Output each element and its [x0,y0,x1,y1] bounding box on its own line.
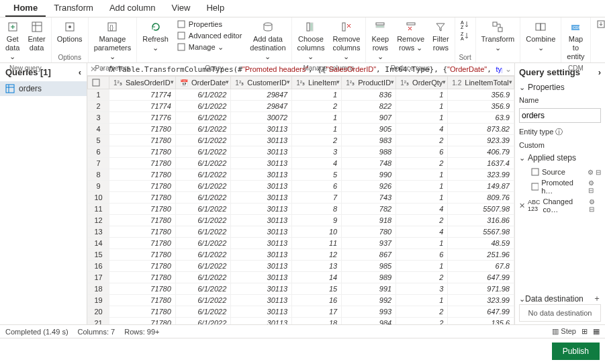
cell[interactable]: 2 [292,101,342,112]
add-destination-button[interactable]: Add data destination ⌄ [247,19,288,63]
cell[interactable]: 406.79 [448,146,514,158]
cell[interactable]: 15 [292,283,342,295]
data-dest-section[interactable]: Data destination [525,294,584,304]
cell[interactable]: 71780 [109,272,176,283]
cell[interactable]: 6/1/2022 [175,192,230,203]
rownum[interactable]: 21 [88,318,109,325]
cell[interactable]: 2 [292,135,342,146]
cell[interactable]: 1 [396,101,448,112]
cell[interactable]: 6 [396,146,448,158]
combine-button[interactable]: Combine ⌄ [523,19,558,54]
step-view-button[interactable]: ▥ Step [552,327,576,336]
cell[interactable]: 29847 [231,101,292,112]
cell[interactable]: 867 [342,249,396,261]
remove-rows-button[interactable]: Remove rows ⌄ [394,19,427,54]
cell[interactable]: 16 [292,295,342,306]
cell[interactable]: 1 [396,295,448,306]
column-header-lineitemtotal[interactable]: 1.2 LineItemTotal▾ [448,77,514,89]
rownum[interactable]: 16 [88,261,109,272]
cell[interactable]: 6 [396,249,448,261]
cell[interactable]: 2 [396,215,448,226]
cell[interactable]: 30113 [231,146,292,158]
cell[interactable]: 71780 [109,169,176,181]
tab-view[interactable]: View [164,0,199,17]
choose-cols-button[interactable]: Choose columns ⌄ [295,19,328,63]
cell[interactable]: 2 [396,306,448,318]
cell[interactable]: 836 [342,89,396,101]
query-item-orders[interactable]: orders [0,81,87,96]
cell[interactable]: 17 [292,306,342,318]
cell[interactable]: 6/1/2022 [175,203,230,215]
rownum[interactable]: 10 [88,192,109,203]
rownum[interactable]: 18 [88,283,109,295]
grid-view-button[interactable]: ▦ [593,327,600,336]
cell[interactable]: 4 [396,226,448,238]
cell[interactable]: 1 [396,181,448,192]
query-name-input[interactable] [519,108,601,123]
rownum[interactable]: 12 [88,215,109,226]
cell[interactable]: 6 [292,181,342,192]
cell[interactable]: 6/1/2022 [175,318,230,325]
cell[interactable]: 30113 [231,215,292,226]
applied-step-1[interactable]: Promoted h…⚙ ⊟ [519,177,601,196]
tab-transform[interactable]: Transform [46,0,101,17]
export-template-button[interactable]: Export template [594,19,605,30]
cell[interactable]: 71774 [109,101,176,112]
expand-formula-icon[interactable]: ⌄ [505,64,512,74]
cell[interactable]: 149.87 [448,181,514,192]
sort-desc-button[interactable]: ZA [458,30,473,41]
cell[interactable]: 13 [292,261,342,272]
cell[interactable]: 30113 [231,261,292,272]
cell[interactable]: 1 [292,89,342,101]
cell[interactable]: 990 [342,169,396,181]
column-header-lineitem[interactable]: 1²₃ LineItem▾ [292,77,342,89]
cell[interactable]: 1 [396,112,448,124]
cell[interactable]: 984 [342,318,396,325]
cell[interactable]: 1 [292,112,342,124]
rownum[interactable]: 3 [88,112,109,124]
cell[interactable]: 63.9 [448,112,514,124]
column-header-productid[interactable]: 1²₃ ProductID▾ [342,77,396,89]
rownum[interactable]: 14 [88,238,109,249]
cell[interactable]: 4 [396,203,448,215]
cell[interactable]: 7 [292,192,342,203]
applied-step-0[interactable]: Source⚙ ⊟ [519,167,601,177]
cell[interactable]: 988 [342,146,396,158]
cell[interactable]: 743 [342,192,396,203]
applied-step-2[interactable]: ✕ ABC123 Changed co…⚙ ⊟ [519,196,601,215]
cell[interactable]: 782 [342,203,396,215]
cell[interactable]: 30113 [231,181,292,192]
cell[interactable]: 30113 [231,192,292,203]
cell[interactable]: 30113 [231,226,292,238]
cell[interactable]: 8 [292,203,342,215]
tab-add-column[interactable]: Add column [101,0,164,17]
rownum[interactable]: 5 [88,135,109,146]
cell[interactable]: 2 [396,135,448,146]
cell[interactable]: 30113 [231,272,292,283]
cell[interactable]: 9 [292,215,342,226]
cell[interactable]: 4 [396,124,448,135]
rownum[interactable]: 20 [88,306,109,318]
cell[interactable]: 48.59 [448,238,514,249]
cell[interactable]: 6/1/2022 [175,249,230,261]
data-grid[interactable]: 1²₃ SalesOrderID▾📅 OrderDate▾1²₃ Custome… [87,76,514,324]
refresh-button[interactable]: Refresh ⌄ [140,19,171,54]
sort-asc-button[interactable]: AZ [458,19,473,30]
cell[interactable]: 30113 [231,306,292,318]
cell[interactable]: 6/1/2022 [175,101,230,112]
cell[interactable]: 983 [342,135,396,146]
cell[interactable]: 67.8 [448,261,514,272]
cell[interactable]: 6/1/2022 [175,135,230,146]
cell[interactable]: 992 [342,295,396,306]
manage-button[interactable]: Manage ⌄ [174,42,245,52]
cell[interactable]: 71780 [109,192,176,203]
diagram-view-button[interactable]: ⊞ [581,327,588,336]
column-header-orderqty[interactable]: 1²₃ OrderQty▾ [396,77,448,89]
rownum[interactable]: 6 [88,146,109,158]
transform-button[interactable]: Transform ⌄ [479,19,518,54]
cell[interactable]: 135.6 [448,318,514,325]
cell[interactable]: 30113 [231,124,292,135]
cell[interactable]: 6/1/2022 [175,226,230,238]
cell[interactable]: 6/1/2022 [175,261,230,272]
cell[interactable]: 918 [342,215,396,226]
